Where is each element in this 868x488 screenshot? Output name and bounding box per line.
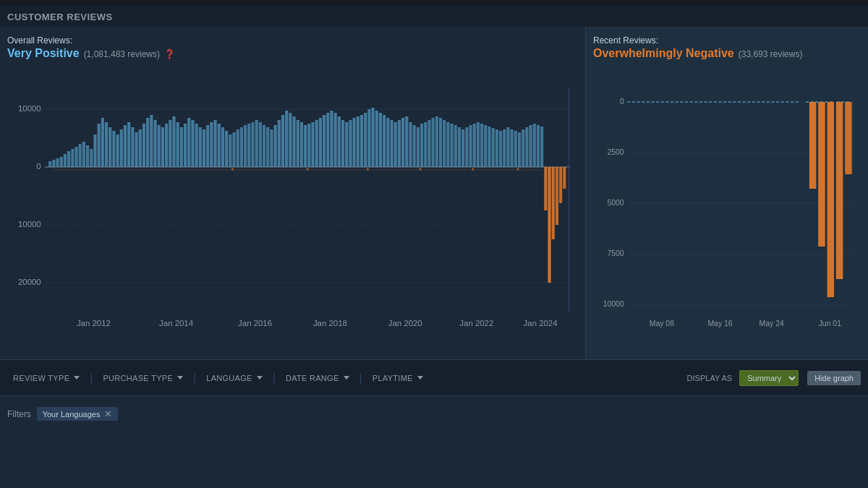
svg-rect-46 xyxy=(184,124,187,167)
svg-text:Jan 2014: Jan 2014 xyxy=(159,319,193,328)
svg-text:0: 0 xyxy=(36,162,41,171)
overall-chart-panel: Overall Reviews: Very Positive (1,081,48… xyxy=(0,27,586,359)
svg-rect-139 xyxy=(533,124,536,167)
svg-rect-75 xyxy=(293,116,296,167)
svg-rect-54 xyxy=(213,120,216,167)
filters-label: Filters xyxy=(7,409,31,419)
recent-score: Overwhelmingly Negative xyxy=(593,47,734,60)
svg-rect-21 xyxy=(90,149,93,167)
recent-label: Recent Reviews: xyxy=(593,35,861,46)
svg-rect-100 xyxy=(386,118,389,167)
svg-rect-15 xyxy=(67,151,70,167)
svg-rect-0 xyxy=(7,66,578,333)
svg-rect-117 xyxy=(451,124,454,167)
svg-text:May 08: May 08 xyxy=(650,319,674,328)
svg-rect-57 xyxy=(225,131,228,167)
svg-rect-109 xyxy=(420,124,423,167)
svg-rect-113 xyxy=(435,116,438,167)
svg-rect-76 xyxy=(297,120,299,167)
svg-rect-50 xyxy=(199,127,202,167)
svg-rect-106 xyxy=(409,122,412,167)
svg-rect-65 xyxy=(255,120,258,167)
svg-rect-134 xyxy=(514,131,517,167)
svg-text:May 16: May 16 xyxy=(707,319,732,328)
svg-text:Jan 2024: Jan 2024 xyxy=(524,319,558,328)
hide-graph-button[interactable]: Hide graph xyxy=(807,371,861,385)
your-languages-label: Your Languages xyxy=(43,410,101,419)
svg-rect-136 xyxy=(522,129,524,167)
svg-rect-11 xyxy=(52,160,55,167)
your-languages-close-icon[interactable]: ✕ xyxy=(104,409,112,419)
overall-help-icon[interactable]: ❓ xyxy=(164,49,175,59)
svg-text:Jun 01: Jun 01 xyxy=(819,319,841,328)
svg-rect-125 xyxy=(480,124,483,167)
recent-count: (33,693 reviews) xyxy=(739,49,803,59)
svg-rect-140 xyxy=(537,125,540,167)
svg-rect-94 xyxy=(364,113,367,167)
svg-rect-110 xyxy=(424,122,427,167)
svg-rect-69 xyxy=(270,129,273,167)
overall-count: (1,081,483 reviews) xyxy=(84,49,160,59)
svg-rect-88 xyxy=(341,120,344,167)
svg-text:Jan 2018: Jan 2018 xyxy=(313,319,347,328)
date-range-label: DATE RANGE xyxy=(286,374,339,382)
purchase-type-dropdown[interactable]: PURCHASE TYPE xyxy=(97,371,189,385)
svg-rect-178 xyxy=(818,102,825,247)
svg-rect-58 xyxy=(229,134,231,167)
svg-text:5000: 5000 xyxy=(607,198,624,207)
summary-select[interactable]: Summary xyxy=(739,370,799,386)
svg-rect-26 xyxy=(109,127,111,167)
svg-rect-56 xyxy=(221,127,224,167)
svg-rect-103 xyxy=(398,120,401,167)
svg-rect-60 xyxy=(237,129,239,167)
svg-rect-29 xyxy=(120,129,123,167)
svg-rect-116 xyxy=(446,122,449,167)
svg-rect-19 xyxy=(82,142,85,167)
svg-rect-41 xyxy=(165,124,168,167)
svg-rect-37 xyxy=(150,115,153,167)
svg-rect-120 xyxy=(461,129,464,167)
svg-rect-123 xyxy=(473,124,476,167)
display-as-label: DISPLAY AS xyxy=(687,374,733,382)
svg-text:10000: 10000 xyxy=(18,104,41,113)
language-label: LANGUAGE xyxy=(206,374,252,382)
svg-rect-179 xyxy=(827,102,834,297)
svg-rect-67 xyxy=(263,125,265,167)
svg-rect-114 xyxy=(439,118,442,167)
svg-rect-17 xyxy=(75,147,77,167)
svg-rect-52 xyxy=(206,125,209,167)
svg-rect-141 xyxy=(540,127,543,167)
svg-rect-93 xyxy=(360,115,363,167)
svg-text:20000: 20000 xyxy=(18,278,41,286)
date-range-dropdown[interactable]: DATE RANGE xyxy=(280,371,355,385)
recent-chart-svg: 0 2500 5000 7500 10000 May 08 Ma xyxy=(593,66,861,333)
svg-rect-61 xyxy=(240,127,243,167)
playtime-dropdown[interactable]: PLAYTIME xyxy=(367,371,429,385)
svg-rect-180 xyxy=(836,102,843,279)
svg-rect-92 xyxy=(357,116,359,167)
review-type-label: REVIEW TYPE xyxy=(13,374,69,382)
svg-rect-64 xyxy=(251,122,254,167)
svg-rect-45 xyxy=(180,127,183,167)
active-filters-bar: Filters Your Languages ✕ xyxy=(0,395,868,432)
svg-rect-142 xyxy=(544,167,547,210)
svg-rect-146 xyxy=(559,167,562,203)
svg-text:7500: 7500 xyxy=(607,249,624,257)
svg-rect-128 xyxy=(492,128,495,167)
charts-container: Overall Reviews: Very Positive (1,081,48… xyxy=(0,27,868,359)
svg-rect-84 xyxy=(326,113,329,167)
svg-rect-73 xyxy=(285,111,288,167)
svg-rect-107 xyxy=(413,125,416,167)
svg-rect-30 xyxy=(124,125,127,167)
svg-rect-24 xyxy=(101,118,104,167)
svg-rect-66 xyxy=(259,122,262,167)
review-type-dropdown[interactable]: REVIEW TYPE xyxy=(7,371,85,385)
recent-chart-panel: Recent Reviews: Overwhelmingly Negative … xyxy=(586,27,868,359)
svg-rect-96 xyxy=(372,108,375,167)
language-dropdown[interactable]: LANGUAGE xyxy=(200,371,268,385)
svg-rect-13 xyxy=(60,157,63,167)
svg-rect-80 xyxy=(311,122,314,167)
svg-rect-48 xyxy=(191,120,194,167)
svg-rect-124 xyxy=(477,122,480,167)
svg-text:10000: 10000 xyxy=(18,220,41,228)
